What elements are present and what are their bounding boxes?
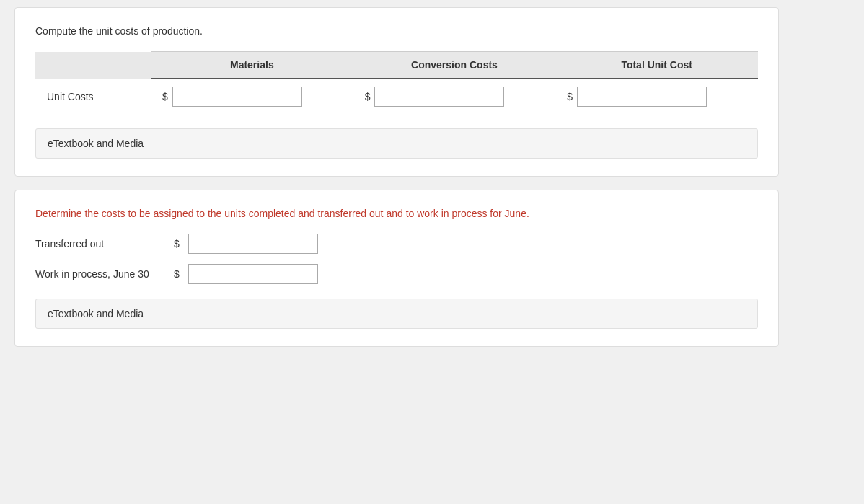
dollar-sign-transferred: $ [174,238,180,249]
transferred-out-row: Transferred out $ [35,234,758,254]
materials-input-cell: $ [151,79,353,114]
dollar-sign-3: $ [567,91,573,102]
etextbook-bar-1: eTextbook and Media [35,128,758,159]
card1-instruction: Compute the unit costs of production. [35,25,758,37]
section-rows: Transferred out $ Work in process, June … [35,234,758,284]
card-assigned-costs: Determine the costs to be assigned to th… [14,190,779,347]
etextbook-label-1: eTextbook and Media [48,138,144,149]
card-unit-costs: Compute the unit costs of production. Ma… [14,7,779,177]
col-header-conversion: Conversion Costs [353,52,556,79]
work-in-process-input[interactable] [188,264,318,284]
work-in-process-label: Work in process, June 30 [35,268,165,280]
col-header-empty [35,52,151,79]
card2-instruction: Determine the costs to be assigned to th… [35,208,758,219]
total-unit-cost-input[interactable] [577,87,707,107]
transferred-out-input[interactable] [188,234,318,254]
etextbook-label-2: eTextbook and Media [48,308,144,319]
cost-table: Materials Conversion Costs Total Unit Co… [35,51,758,114]
dollar-sign-1: $ [162,91,168,102]
conversion-input[interactable] [374,87,504,107]
col-header-total: Total Unit Cost [555,52,758,79]
dollar-sign-wip: $ [174,268,180,280]
etextbook-bar-2: eTextbook and Media [35,299,758,329]
dollar-sign-2: $ [365,91,371,102]
total-input-cell: $ [555,79,758,114]
transferred-out-label: Transferred out [35,238,165,249]
materials-input[interactable] [172,87,302,107]
col-header-materials: Materials [151,52,353,79]
work-in-process-row: Work in process, June 30 $ [35,264,758,284]
conversion-input-cell: $ [353,79,556,114]
card2-instruction-text: Determine the costs to be assigned to th… [35,208,529,219]
unit-costs-label: Unit Costs [35,79,151,114]
table-row-unit-costs: Unit Costs $ $ $ [35,79,758,114]
